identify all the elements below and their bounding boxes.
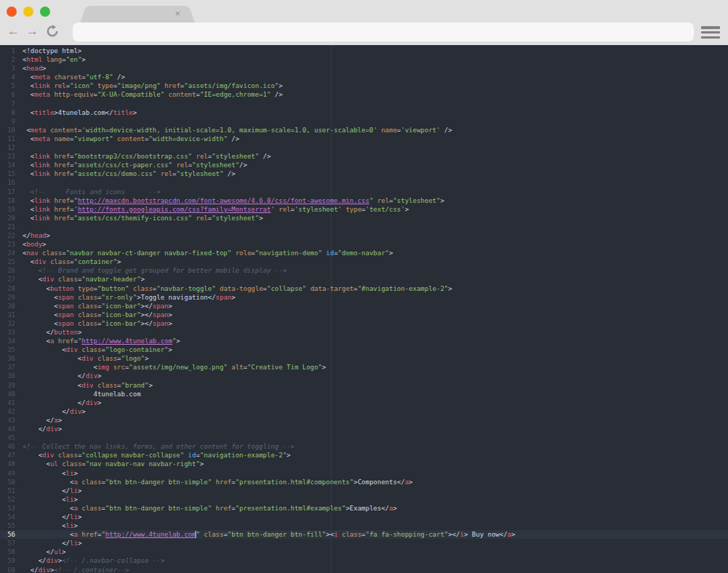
code-line[interactable]: 42 </div> — [0, 407, 728, 416]
back-button[interactable]: ← — [7, 23, 20, 39]
code-line[interactable]: 6 <meta http-equiv="X-UA-Compatible" con… — [0, 90, 728, 99]
url-bar[interactable] — [73, 23, 694, 41]
code-editor[interactable]: 1<!doctype html>2<html lang="en">3<head>… — [0, 45, 728, 573]
code-line[interactable]: 20 <link href="assets/css/themify-icons.… — [0, 214, 728, 223]
code-line[interactable]: 33 </button> — [0, 328, 728, 337]
code-line[interactable]: 4 <meta charset="utf-8" /> — [0, 73, 728, 81]
code-text: <!-- Fonts and icons --> — [23, 188, 728, 196]
code-line[interactable]: 57 </li> — [0, 539, 728, 548]
line-number: 41 — [0, 398, 15, 407]
code-line[interactable]: 11 <meta name="viewport" content="width=… — [0, 135, 728, 143]
code-line[interactable]: 45 — [0, 433, 728, 442]
code-text: </div> — [23, 398, 728, 407]
menu-icon[interactable] — [701, 26, 720, 39]
code-line[interactable]: 17 <!-- Fonts and icons --> — [0, 188, 728, 196]
code-line[interactable]: 9 — [0, 117, 728, 126]
code-line[interactable]: 60 </div><!-- /.container--> — [0, 566, 728, 573]
code-line[interactable]: 38 </div> — [0, 372, 728, 380]
code-line[interactable]: 36 <div class="logo"> — [0, 354, 728, 363]
forward-button[interactable]: → — [26, 23, 39, 39]
browser-window: × ← → 1<!doctype html>2<html lang="en">3… — [0, 0, 728, 573]
code-line[interactable]: 55 <li> — [0, 521, 728, 530]
code-line[interactable]: 27 <div class="navbar-header"> — [0, 275, 728, 284]
code-line[interactable]: 52 <li> — [0, 495, 728, 504]
code-line[interactable]: 12 — [0, 143, 728, 152]
code-line[interactable]: 37 <img src="assets/img/new_logo.png" al… — [0, 363, 728, 372]
code-line[interactable]: 28 <button type="button" class="navbar-t… — [0, 284, 728, 293]
code-text: <link href="bootstrap3/css/bootstrap.css… — [23, 152, 728, 161]
code-line[interactable]: 23<body> — [0, 240, 728, 249]
code-line[interactable]: 50 <a class="btn btn-danger btn-simple" … — [0, 478, 728, 486]
code-line[interactable]: 54 </li> — [0, 513, 728, 521]
code-text: <span class="icon-bar"></span> — [23, 310, 728, 319]
line-number: 30 — [0, 302, 15, 310]
code-text: <img src="assets/img/new_logo.png" alt="… — [23, 363, 728, 372]
minimize-button[interactable] — [23, 7, 33, 17]
line-number: 44 — [0, 425, 15, 433]
code-line[interactable]: 16 — [0, 178, 728, 187]
code-line[interactable]: 30 <span class="icon-bar"></span> — [0, 302, 728, 310]
code-line[interactable]: 8 <title>4tunelab.com</title> — [0, 108, 728, 117]
code-text: </div> — [23, 372, 728, 380]
code-line[interactable]: 26 <!-- Brand and toggle get grouped for… — [0, 266, 728, 275]
code-line[interactable]: 35 <div class="logo-container"> — [0, 345, 728, 354]
code-line[interactable]: 56 <a href="http://www.4tunelab.com" cla… — [0, 530, 728, 539]
code-line[interactable]: 58 </ul> — [0, 548, 728, 556]
code-line[interactable]: 49 <li> — [0, 469, 728, 478]
code-line[interactable]: 7 — [0, 100, 728, 108]
zoom-button[interactable] — [40, 7, 50, 17]
code-line[interactable]: 5 <link rel="icon" type="image/png" href… — [0, 81, 728, 90]
code-line[interactable]: 53 <a class="btn btn-danger btn-simple" … — [0, 504, 728, 513]
code-line[interactable]: 22</head> — [0, 231, 728, 240]
code-line[interactable]: 43 </a> — [0, 416, 728, 425]
code-line[interactable]: 13 <link href="bootstrap3/css/bootstrap.… — [0, 152, 728, 161]
code-line[interactable]: 46<!-- Collect the nav links, forms, and… — [0, 442, 728, 451]
browser-tab[interactable]: × — [89, 6, 186, 23]
code-line[interactable]: 40 4tunelab.com — [0, 390, 728, 398]
code-text: <li> — [23, 521, 728, 530]
code-line[interactable]: 14 <link href="assets/css/ct-paper.css" … — [0, 161, 728, 169]
code-line[interactable]: 1<!doctype html> — [0, 47, 728, 55]
line-number: 23 — [0, 240, 15, 249]
code-line[interactable]: 51 </li> — [0, 486, 728, 495]
code-line[interactable]: 31 <span class="icon-bar"></span> — [0, 310, 728, 319]
code-line[interactable]: 24<nav class="navbar navbar-ct-danger na… — [0, 249, 728, 257]
line-number: 57 — [0, 539, 15, 548]
line-number: 35 — [0, 345, 15, 354]
code-text: <link href="assets/css/themify-icons.css… — [23, 214, 728, 223]
code-line[interactable]: 44 </div> — [0, 425, 728, 433]
close-button[interactable] — [7, 7, 17, 17]
code-text: <meta content='width=device-width, initi… — [23, 126, 728, 135]
line-number: 2 — [0, 55, 15, 64]
line-number: 32 — [0, 319, 15, 328]
menu-bar — [701, 36, 720, 39]
code-line[interactable]: 32 <span class="icon-bar"></span> — [0, 319, 728, 328]
code-line[interactable]: 34 <a href="http://www.4tunelab.com"> — [0, 337, 728, 345]
code-line[interactable]: 25 <div class="container"> — [0, 257, 728, 266]
code-line[interactable]: 29 <span class="sr-only">Toggle navigati… — [0, 293, 728, 302]
line-number: 49 — [0, 469, 15, 478]
line-number: 51 — [0, 486, 15, 495]
code-line[interactable]: 48 <ul class="nav navbar-nav navbar-righ… — [0, 460, 728, 468]
tab-close-icon[interactable]: × — [175, 8, 180, 19]
code-line[interactable]: 59 </div><!-- /.navbar-collapse --> — [0, 556, 728, 565]
code-line[interactable]: 47 <div class="collapse navbar-collapse"… — [0, 451, 728, 460]
code-text — [23, 178, 728, 187]
code-line[interactable]: 19 <link href='http://fonts.googleapis.c… — [0, 205, 728, 214]
line-number: 21 — [0, 223, 15, 231]
code-line[interactable]: 3<head> — [0, 64, 728, 73]
code-line[interactable]: 2<html lang="en"> — [0, 55, 728, 64]
code-line[interactable]: 21 — [0, 223, 728, 231]
code-line[interactable]: 41 </div> — [0, 398, 728, 407]
browser-nav-buttons: ← → — [7, 23, 60, 39]
reload-button[interactable] — [45, 24, 60, 39]
line-number: 52 — [0, 495, 15, 504]
line-number: 6 — [0, 90, 15, 99]
code-line[interactable]: 15 <link href="assets/css/demo.css" rel=… — [0, 169, 728, 178]
code-text: </div><!-- /.container--> — [23, 566, 728, 573]
code-line[interactable]: 18 <link href="http://maxcdn.bootstrapcd… — [0, 196, 728, 205]
code-line[interactable]: 39 <div class="brand"> — [0, 381, 728, 390]
line-number: 8 — [0, 108, 15, 117]
code-line[interactable]: 10 <meta content='width=device-width, in… — [0, 126, 728, 135]
line-number: 10 — [0, 126, 15, 135]
